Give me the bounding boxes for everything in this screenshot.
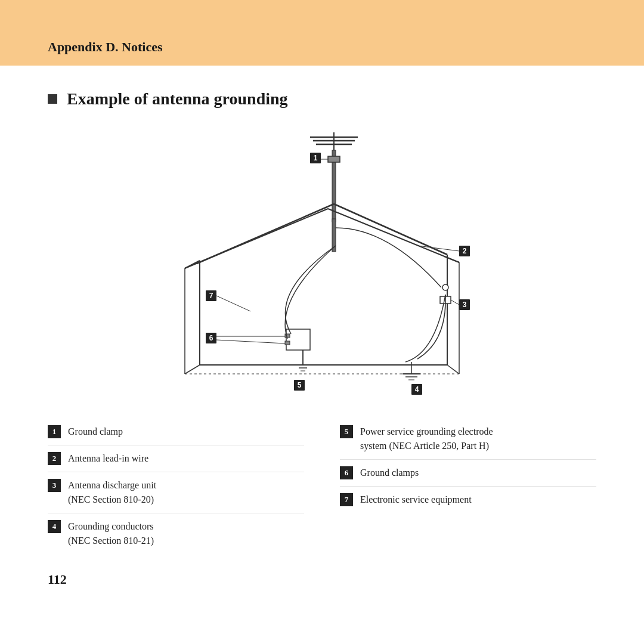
legend-text-4: Grounding conductors(NEC Section 810-21) — [68, 519, 154, 548]
svg-rect-39 — [285, 334, 290, 338]
page-number: 112 — [48, 572, 596, 587]
diagram-container: 1 — [48, 126, 596, 401]
svg-rect-5 — [328, 156, 340, 162]
appendix-title: Appendix D. Notices — [48, 39, 163, 55]
svg-line-13 — [185, 209, 328, 268]
svg-line-19 — [185, 365, 200, 374]
svg-text:1: 1 — [314, 154, 318, 162]
legend-item-4: 4 Grounding conductors(NEC Section 810-2… — [48, 513, 304, 554]
svg-point-25 — [442, 284, 448, 290]
legend-badge-4: 4 — [48, 520, 61, 533]
svg-line-51 — [216, 340, 285, 343]
legend-item-3: 3 Antenna discharge unit(NEC Section 810… — [48, 472, 304, 513]
svg-rect-40 — [285, 341, 290, 345]
legend-text-7: Electronic service equipment — [360, 493, 472, 507]
legend-badge-3: 3 — [48, 479, 61, 492]
svg-line-31 — [451, 300, 459, 305]
antenna-grounding-diagram: 1 — [149, 126, 495, 401]
legend-item-2: 2 Antenna lead-in wire — [48, 445, 304, 472]
page-content: Example of antenna grounding 1 — [0, 66, 644, 605]
legend-text-6: Ground clamps — [360, 466, 419, 480]
legend-text-3: Antenna discharge unit(NEC Section 810-2… — [68, 478, 156, 507]
legend-col-left: 1 Ground clamp 2 Antenna lead-in wire 3 … — [48, 419, 304, 554]
svg-line-21 — [447, 365, 459, 374]
svg-text:4: 4 — [415, 385, 419, 394]
legend-text-1: Ground clamp — [68, 425, 123, 439]
svg-text:2: 2 — [463, 247, 467, 255]
legend-badge-6: 6 — [340, 466, 353, 479]
legend-item-6: 6 Ground clamps — [340, 460, 596, 487]
legend-col-right: 5 Power service grounding electrodesyste… — [340, 419, 596, 554]
legend-badge-1: 1 — [48, 425, 61, 438]
legend-badge-5: 5 — [340, 425, 353, 438]
legend-item-7: 7 Electronic service equipment — [340, 487, 596, 513]
legend-item-1: 1 Ground clamp — [48, 419, 304, 445]
svg-text:3: 3 — [463, 301, 467, 309]
section-title: Example of antenna grounding — [67, 89, 288, 109]
legend-badge-7: 7 — [340, 493, 353, 506]
legend-text-2: Antenna lead-in wire — [68, 451, 148, 466]
legend-badge-2: 2 — [48, 452, 61, 465]
legend-item-5: 5 Power service grounding electrodesyste… — [340, 419, 596, 460]
section-icon — [48, 94, 57, 104]
legend: 1 Ground clamp 2 Antenna lead-in wire 3 … — [48, 419, 596, 554]
legend-text-5: Power service grounding electrodesystem … — [360, 425, 493, 453]
svg-text:5: 5 — [298, 381, 302, 389]
svg-text:7: 7 — [209, 292, 213, 300]
svg-text:6: 6 — [209, 334, 213, 342]
svg-line-14 — [328, 209, 459, 262]
svg-line-54 — [216, 296, 250, 311]
section-header: Example of antenna grounding — [48, 89, 596, 109]
header-bar: Appendix D. Notices — [0, 0, 644, 66]
